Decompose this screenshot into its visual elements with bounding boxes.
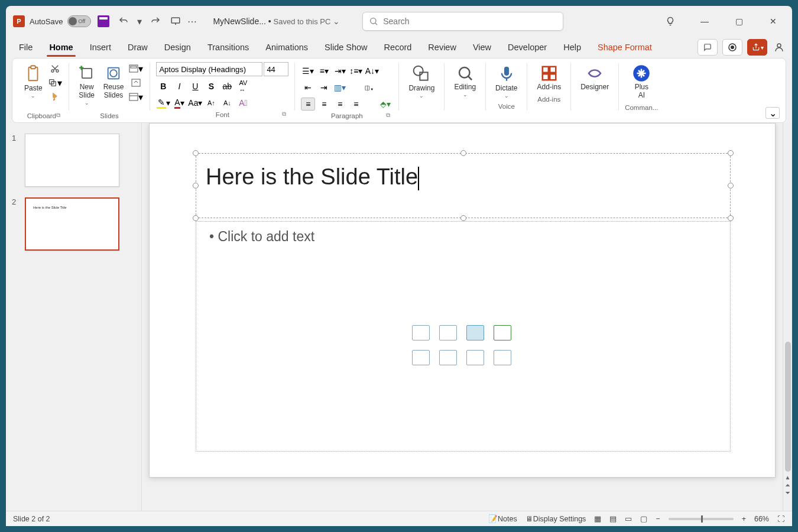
copy-button[interactable]: ▾ (47, 76, 63, 89)
resize-handle[interactable] (460, 215, 466, 221)
highlight-button[interactable]: ✎▾ (156, 96, 170, 109)
tab-file[interactable]: File (12, 39, 40, 56)
list-level-button[interactable]: ⇥▾ (333, 64, 347, 77)
tips-button[interactable] (658, 12, 682, 30)
change-case-button[interactable]: Aa▾ (188, 96, 202, 109)
cameo-icon[interactable] (412, 350, 430, 365)
tab-help[interactable]: Help (556, 39, 588, 56)
resize-handle[interactable] (728, 183, 734, 189)
grow-font-button[interactable]: A↑ (204, 96, 218, 109)
tab-home[interactable]: Home (42, 39, 80, 56)
resize-handle[interactable] (728, 215, 734, 221)
justify-button[interactable]: ≡ (349, 98, 363, 111)
share-button[interactable]: ▾ (747, 39, 767, 56)
account-button[interactable] (772, 38, 786, 56)
slide-canvas-area[interactable]: Here is the Slide Title Click to add tex… (142, 123, 783, 511)
layout-button[interactable]: ▾ (128, 62, 144, 75)
title-textbox[interactable]: Here is the Slide Title (196, 153, 731, 218)
search-input[interactable] (383, 17, 557, 26)
tab-view[interactable]: View (466, 39, 498, 56)
resize-handle[interactable] (193, 150, 199, 156)
tab-shape-format[interactable]: Shape Format (591, 39, 659, 56)
section-button[interactable]: ▾ (128, 90, 144, 103)
display-settings-button[interactable]: 🖥Display Settings (525, 515, 586, 523)
tab-insert[interactable]: Insert (83, 39, 118, 56)
dictate-button[interactable]: Dictate⌄ (492, 62, 521, 101)
slide[interactable]: Here is the Slide Title Click to add tex… (149, 123, 776, 478)
tab-design[interactable]: Design (157, 39, 198, 56)
paragraph-dialog-launcher[interactable]: ⧉ (386, 112, 390, 119)
tab-slideshow[interactable]: Slide Show (317, 39, 375, 56)
sorter-view-button[interactable]: ▤ (609, 514, 617, 523)
font-color-button[interactable]: A▾ (172, 96, 186, 109)
format-painter-button[interactable] (47, 90, 63, 103)
body-textbox[interactable]: Click to add text (196, 221, 731, 452)
save-button[interactable] (96, 14, 111, 29)
maximize-button[interactable]: ▢ (727, 12, 751, 30)
clipboard-dialog-launcher[interactable]: ⧉ (56, 112, 60, 119)
chevron-down-icon[interactable]: ⌄ (333, 17, 340, 26)
smartart-button[interactable]: ⬘▾ (378, 98, 392, 111)
smartart-icon[interactable] (494, 325, 511, 340)
numbering-button[interactable]: ≡▾ (317, 64, 331, 77)
prev-slide-icon[interactable]: ⏶ (785, 482, 791, 488)
zoom-slider[interactable] (669, 518, 734, 520)
align-text-button[interactable]: ⎅▾ (362, 81, 377, 94)
tab-review[interactable]: Review (421, 39, 463, 56)
italic-button[interactable]: I (172, 80, 186, 93)
slideshow-view-button[interactable]: ▢ (640, 514, 647, 523)
next-slide-icon[interactable]: ⏷ (785, 489, 791, 496)
notes-button[interactable]: 📝Notes (488, 514, 517, 523)
tab-developer[interactable]: Developer (501, 39, 554, 56)
resize-handle[interactable] (728, 150, 734, 156)
new-slide-button[interactable]: New Slide⌄ (75, 62, 99, 108)
strike-button[interactable]: ab (220, 80, 234, 93)
cut-button[interactable] (47, 62, 63, 75)
comments-button[interactable] (698, 39, 718, 56)
undo-button[interactable] (116, 14, 131, 29)
record-button[interactable] (722, 39, 742, 56)
scrollbar-thumb[interactable] (785, 342, 791, 472)
font-dialog-launcher[interactable]: ⧉ (282, 111, 286, 118)
text-direction-button[interactable]: A↓▾ (365, 64, 379, 77)
zoom-out-button[interactable]: − (656, 515, 660, 523)
reset-button[interactable] (128, 76, 144, 89)
zoom-in-button[interactable]: + (742, 515, 746, 523)
font-name-combo[interactable] (156, 62, 262, 76)
table-icon[interactable] (466, 350, 484, 365)
columns-button[interactable]: ▥▾ (333, 81, 347, 94)
icons-icon[interactable] (466, 325, 484, 340)
align-center-button[interactable]: ≡ (317, 98, 331, 111)
shrink-font-button[interactable]: A↓ (220, 96, 234, 109)
pictures-icon[interactable] (439, 325, 457, 340)
resize-handle[interactable] (193, 215, 199, 221)
editing-button[interactable]: Editing⌄ (450, 62, 479, 100)
fit-window-button[interactable]: ⛶ (777, 515, 785, 523)
shadow-button[interactable]: S (204, 80, 218, 93)
minimize-button[interactable]: — (693, 12, 716, 30)
redo-button[interactable] (148, 14, 163, 29)
video-icon[interactable] (439, 350, 457, 365)
drawing-button[interactable]: Drawing⌄ (405, 62, 438, 101)
plusai-button[interactable]: Plus AI (629, 62, 654, 102)
autosave-toggle[interactable]: Off (67, 15, 91, 27)
slide-thumbnail-1[interactable] (25, 134, 119, 187)
start-slideshow-button[interactable] (168, 14, 183, 29)
tab-transitions[interactable]: Transitions (200, 39, 256, 56)
search-box[interactable] (362, 12, 563, 31)
paste-button[interactable]: Paste ⌄ (21, 62, 46, 101)
clear-format-button[interactable]: A⃠ (236, 96, 250, 109)
tab-draw[interactable]: Draw (121, 39, 155, 56)
addins-button[interactable]: Add-ins (533, 62, 565, 94)
resize-handle[interactable] (460, 150, 466, 156)
normal-view-button[interactable]: ▦ (594, 514, 601, 523)
tab-animations[interactable]: Animations (258, 39, 315, 56)
char-spacing-button[interactable]: AV↔ (236, 80, 250, 93)
increase-indent-button[interactable]: ⇥ (317, 81, 331, 94)
bullets-button[interactable]: ☰▾ (301, 64, 315, 77)
collapse-ribbon-button[interactable]: ⌄ (765, 107, 780, 119)
title-text[interactable]: Here is the Slide Title (206, 164, 419, 190)
stock-image-icon[interactable] (412, 325, 430, 340)
tab-record[interactable]: Record (377, 39, 419, 56)
underline-button[interactable]: U (188, 80, 202, 93)
